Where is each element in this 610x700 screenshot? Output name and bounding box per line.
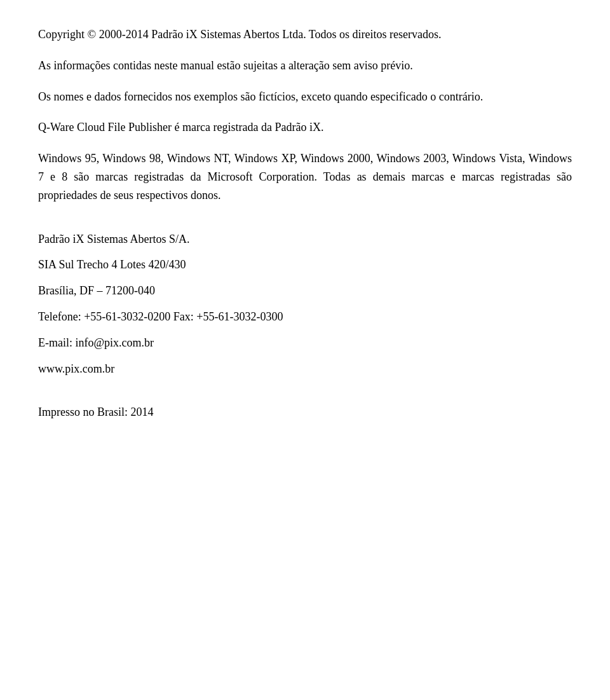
website: www.pix.com.br (38, 360, 572, 378)
main-content: Copyright © 2000-2014 Padrão iX Sistemas… (38, 25, 572, 422)
info-paragraph: As informações contidas neste manual est… (38, 57, 572, 75)
names-paragraph: Os nomes e dados fornecidos nos exemplos… (38, 88, 572, 106)
phone-fax: Telefone: +55-61-3032-0200 Fax: +55-61-3… (38, 308, 572, 326)
address-line-1: SIA Sul Trecho 4 Lotes 420/430 (38, 256, 572, 274)
trademark-paragraph: Q-Ware Cloud File Publisher é marca regi… (38, 118, 572, 137)
email: E-mail: info@pix.com.br (38, 334, 572, 352)
address-block: Padrão iX Sistemas Abertos S/A. SIA Sul … (38, 230, 572, 378)
windows-paragraph: Windows 95, Windows 98, Windows NT, Wind… (38, 149, 572, 204)
address-line-2: Brasília, DF – 71200-040 (38, 282, 572, 300)
print-info: Impresso no Brasil: 2014 (38, 403, 572, 422)
copyright-paragraph: Copyright © 2000-2014 Padrão iX Sistemas… (38, 25, 572, 44)
company-name: Padrão iX Sistemas Abertos S/A. (38, 230, 572, 249)
